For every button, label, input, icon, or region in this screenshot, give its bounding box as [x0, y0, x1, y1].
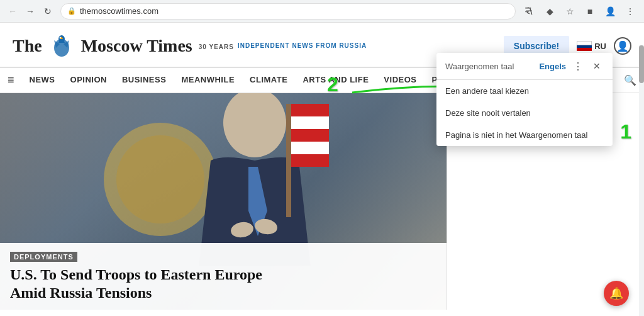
- browser-nav-buttons: ← → ↻: [5, 4, 55, 19]
- popup-option-1[interactable]: Een andere taal kiezen: [436, 80, 613, 102]
- svg-rect-15: [291, 116, 329, 129]
- translation-popup: Waargenomen taal Engels ⋮ ✕ Een andere t…: [436, 53, 613, 146]
- detected-language-label: Waargenomen taal: [445, 62, 534, 71]
- address-text: themoscowtimes.com: [80, 6, 158, 16]
- extensions-button[interactable]: ◆: [541, 3, 558, 20]
- logo-name-text: Moscow Times: [81, 36, 192, 56]
- svg-rect-14: [291, 104, 329, 116]
- browser-actions: ◆ ☆ ■ 👤 ⋮: [521, 3, 639, 20]
- back-button[interactable]: ←: [5, 4, 20, 19]
- popup-option-2[interactable]: Deze site nooit vertalen: [436, 102, 613, 124]
- hero-overlay: DEPLOYMENTS U.S. To Send Troops to Easte…: [0, 243, 447, 310]
- account-button[interactable]: 👤: [614, 37, 631, 55]
- hamburger-button[interactable]: ≡: [0, 74, 22, 87]
- svg-rect-17: [291, 142, 329, 154]
- language-ru-button[interactable]: RU: [577, 41, 606, 51]
- site-wrapper: The Moscow Times: [0, 23, 644, 316]
- person-figure: [0, 93, 447, 266]
- nav-item-opinion[interactable]: OPINION: [63, 68, 114, 93]
- forward-button[interactable]: →: [23, 4, 38, 19]
- logo-eagle-icon: [46, 30, 77, 62]
- hero-tag: DEPLOYMENTS: [10, 252, 77, 262]
- scrollbar-thumb[interactable]: [639, 45, 644, 83]
- address-bar[interactable]: 🔒 themoscowtimes.com: [60, 3, 516, 20]
- russian-flag-icon: [577, 41, 592, 51]
- active-language-button[interactable]: Engels: [539, 62, 566, 71]
- annotation-1-number: 1: [620, 120, 631, 144]
- extensions-puzzle-button[interactable]: ■: [581, 3, 599, 20]
- logo-tagline-text: INDEPENDENT NEWS FROM RUSSIA: [238, 42, 367, 49]
- bookmark-button[interactable]: ☆: [561, 3, 579, 20]
- nav-item-business[interactable]: BUSINESS: [114, 68, 174, 93]
- ru-label: RU: [594, 42, 606, 51]
- logo-the-text: The: [13, 36, 42, 56]
- popup-close-button[interactable]: ✕: [590, 59, 604, 73]
- nav-item-meanwhile[interactable]: MEANWHILE: [174, 68, 242, 93]
- svg-rect-18: [291, 154, 329, 167]
- nav-item-news[interactable]: NEWS: [22, 68, 63, 93]
- svg-point-9: [116, 135, 204, 223]
- logo-sub-area: 30 YEARS INDEPENDENT NEWS FROM RUSSIA: [199, 42, 367, 50]
- scrollbar-track: [639, 45, 644, 316]
- translate-button[interactable]: [521, 3, 538, 20]
- profile-button[interactable]: 👤: [601, 3, 619, 20]
- hero-article: DEPLOYMENTS U.S. To Send Troops to Easte…: [0, 93, 447, 310]
- menu-button[interactable]: ⋮: [621, 3, 639, 20]
- svg-point-10: [223, 93, 286, 157]
- hero-title-line2: Amid Russia Tensions: [10, 285, 152, 301]
- lock-icon: 🔒: [67, 7, 76, 15]
- svg-rect-16: [291, 129, 329, 142]
- search-icon[interactable]: 🔍: [624, 74, 636, 86]
- nav-item-climate[interactable]: CLIMATE: [242, 68, 295, 93]
- svg-rect-13: [286, 104, 291, 217]
- hero-title: U.S. To Send Troops to Eastern Europe Am…: [10, 266, 436, 302]
- popup-option-3[interactable]: Pagina is niet in het Waargenomen taal: [436, 124, 613, 146]
- nav-item-videos[interactable]: VIDEOS: [376, 68, 424, 93]
- popup-header: Waargenomen taal Engels ⋮ ✕: [436, 53, 613, 80]
- logo-area: The Moscow Times: [13, 30, 367, 62]
- hero-title-line1: U.S. To Send Troops to Eastern Europe: [10, 266, 262, 283]
- logo-main: The Moscow Times: [13, 30, 192, 62]
- refresh-button[interactable]: ↻: [40, 4, 55, 19]
- browser-chrome: ← → ↻ 🔒 themoscowtimes.com ◆ ☆ ■ 👤 ⋮: [0, 0, 644, 23]
- annotation-2-number: 2: [327, 73, 338, 96]
- popup-more-button[interactable]: ⋮: [571, 59, 585, 73]
- logo-years-text: 30 YEARS: [199, 43, 234, 50]
- notification-bell-button[interactable]: 🔔: [604, 281, 629, 306]
